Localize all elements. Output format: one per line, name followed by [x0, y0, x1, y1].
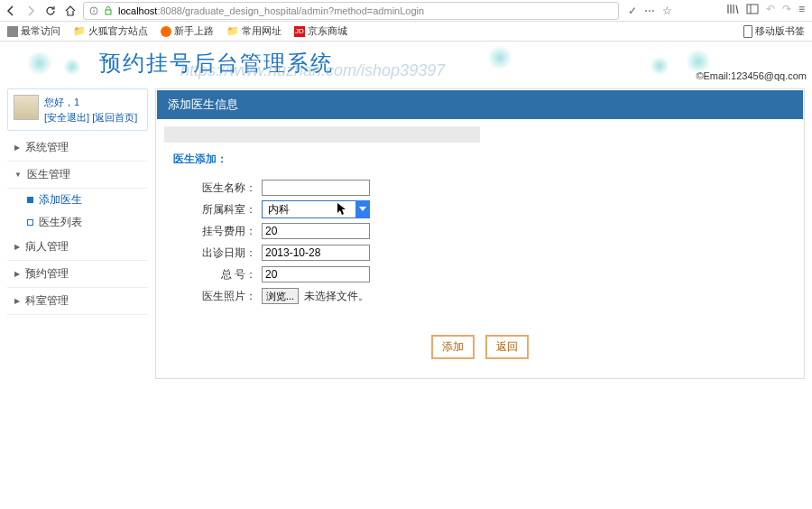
home-link[interactable]: [返回首页]	[92, 112, 137, 123]
svg-point-2	[94, 8, 95, 9]
chevron-down-icon: ▼	[14, 171, 22, 179]
page-header: 预约挂号后台管理系统 https://www.huzhan.com/ishop3…	[0, 42, 812, 85]
browse-button[interactable]: 浏览...	[262, 288, 299, 304]
grey-strip	[164, 126, 480, 143]
jd-icon: JD	[294, 26, 305, 37]
total-input[interactable]	[262, 266, 370, 282]
svg-rect-4	[747, 5, 758, 14]
sidebar-icon[interactable]	[746, 3, 759, 18]
grid-icon	[7, 26, 18, 37]
home-icon[interactable]	[63, 4, 78, 18]
file-status: 未选择文件。	[304, 289, 369, 304]
logout-link[interactable]: [安全退出]	[44, 112, 89, 123]
bookmark-common[interactable]: 📁常用网址	[226, 24, 281, 38]
watermark-text: https://www.huzhan.com/ishop39397	[180, 61, 445, 80]
bookmark-most-visited[interactable]: 最常访问	[7, 24, 60, 38]
name-input[interactable]	[262, 180, 370, 196]
avatar	[14, 95, 39, 120]
button-row: 添加 返回	[157, 322, 803, 377]
photo-label: 医生照片：	[202, 289, 256, 304]
library-icon[interactable]	[726, 3, 739, 18]
decor-dot	[63, 58, 81, 76]
undo-icon[interactable]: ↶	[766, 3, 775, 18]
square-icon	[27, 197, 33, 203]
menu-doctor[interactable]: ▼医生管理	[7, 162, 148, 189]
square-icon	[27, 219, 33, 226]
bookmark-huohu[interactable]: 📁火狐官方站点	[73, 24, 148, 38]
reload-icon[interactable]	[43, 4, 58, 18]
browser-toolbar: localhost:8088/graduate_design_hospital/…	[0, 0, 812, 22]
back-button[interactable]: 返回	[485, 335, 529, 359]
greeting-text: 您好，1	[44, 95, 137, 110]
bookmark-newbie[interactable]: 新手上路	[161, 24, 214, 38]
info-icon	[89, 6, 98, 15]
folder-icon: 📁	[226, 25, 239, 37]
section-label: 医生添加：	[157, 146, 803, 172]
chevron-right-icon: ▶	[14, 270, 20, 278]
menu-system[interactable]: ▶系统管理	[7, 134, 148, 162]
url-host: localhost:8088/graduate_design_hospital/…	[118, 5, 424, 16]
star-icon[interactable]: ☆	[662, 5, 672, 17]
cursor-icon	[337, 203, 346, 218]
user-box: 您好，1 [安全退出] [返回首页]	[7, 88, 148, 131]
dept-label: 所属科室：	[202, 202, 256, 217]
name-label: 医生名称：	[202, 180, 256, 196]
chevron-right-icon: ▶	[14, 143, 20, 152]
bookmark-jd[interactable]: JD京东商城	[294, 24, 347, 38]
lock-icon	[104, 6, 113, 15]
fee-input[interactable]	[262, 223, 370, 239]
menu-appoint[interactable]: ▶预约管理	[7, 261, 148, 288]
add-button[interactable]: 添加	[431, 335, 475, 359]
folder-icon: 📁	[73, 25, 86, 37]
decor-dot	[650, 56, 669, 76]
dept-select[interactable]: 内科	[262, 200, 370, 218]
date-input[interactable]	[262, 245, 370, 261]
fee-label: 挂号费用：	[202, 224, 256, 239]
firefox-icon	[161, 26, 171, 37]
sidebar: 您好，1 [安全退出] [返回首页] ▶系统管理 ▼医生管理 添加医生 医生列表…	[7, 88, 148, 379]
menu: ▶系统管理 ▼医生管理 添加医生 医生列表 ▶病人管理 ▶预约管理 ▶科室管理	[7, 134, 148, 315]
decor-dot	[487, 45, 512, 70]
content-panel: 添加医生信息 医生添加： 医生名称： 所属科室： 内科 挂号费用：	[155, 88, 805, 379]
chevron-right-icon: ▶	[14, 297, 20, 305]
phone-icon	[743, 25, 752, 38]
menu-patient[interactable]: ▶病人管理	[7, 234, 148, 261]
decor-dot	[27, 51, 52, 76]
menu-dept[interactable]: ▶科室管理	[7, 288, 148, 315]
menu-add-doctor[interactable]: 添加医生	[7, 189, 148, 211]
dropdown-icon[interactable]: ✓	[628, 5, 637, 17]
forward-icon	[23, 4, 38, 18]
chevron-right-icon: ▶	[14, 243, 20, 251]
doctor-form: 医生名称： 所属科室： 内科 挂号费用： 出诊日期：	[157, 172, 803, 322]
more-icon[interactable]: ⋯	[644, 5, 655, 17]
redo-icon[interactable]: ↷	[782, 3, 791, 18]
bookmarks-bar: 最常访问 📁火狐官方站点 新手上路 📁常用网址 JD京东商城 移动版书签	[0, 22, 812, 42]
svg-rect-3	[106, 10, 111, 14]
date-label: 出诊日期：	[202, 245, 256, 261]
panel-title: 添加医生信息	[157, 90, 803, 119]
menu-icon[interactable]: ≡	[798, 3, 805, 18]
menu-doctor-list[interactable]: 医生列表	[7, 211, 148, 234]
url-bar[interactable]: localhost:8088/graduate_design_hospital/…	[83, 2, 619, 20]
email-label: ©Email:123456@qq.com	[696, 70, 807, 81]
bookmark-mobile[interactable]: 移动版书签	[743, 24, 805, 38]
total-label: 总 号：	[202, 267, 256, 282]
back-icon[interactable]	[4, 4, 18, 18]
